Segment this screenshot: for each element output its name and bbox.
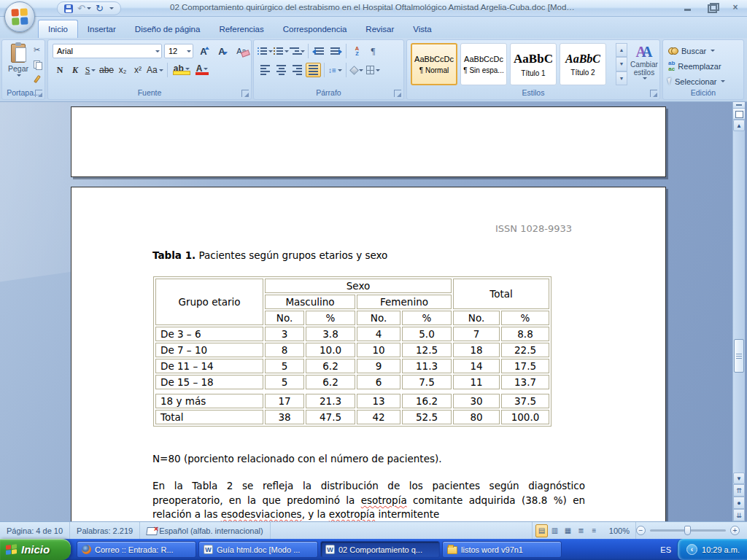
qat-customize-button[interactable] — [107, 2, 115, 15]
line-spacing-button[interactable]: ↕≡ — [328, 63, 343, 77]
tab-referencias[interactable]: Referencias — [209, 21, 273, 38]
view-web-layout-button[interactable]: ▦ — [562, 524, 574, 537]
taskbar-window-button[interactable]: listos word v97n1 — [442, 541, 562, 558]
table-row: De 7 – 10810.01012.51822.5 — [155, 343, 549, 357]
minimize-button[interactable] — [681, 2, 696, 13]
style-card[interactable]: AaBbCcDc¶ Sin espa... — [460, 43, 507, 85]
tab-insertar[interactable]: Insertar — [78, 21, 125, 38]
redo-button[interactable]: ↻ — [95, 2, 104, 15]
scroll-up-arrow[interactable]: ▲ — [733, 120, 745, 131]
zoom-slider-thumb[interactable] — [684, 526, 691, 535]
save-button[interactable] — [63, 2, 74, 15]
page-indicator[interactable]: Página: 4 de 10 — [0, 522, 70, 539]
restore-button[interactable] — [705, 2, 719, 13]
cut-button[interactable]: ✂ — [31, 43, 43, 56]
language-bar[interactable]: ES — [654, 545, 677, 554]
style-card[interactable]: AaBbCTítulo 1 — [510, 43, 557, 85]
dialog-launcher-icon[interactable] — [394, 90, 401, 97]
italic-button[interactable]: K — [68, 63, 82, 77]
group-label-styles: Estilos — [407, 88, 659, 98]
align-right-button[interactable] — [290, 63, 305, 77]
borders-button[interactable] — [365, 63, 381, 77]
zoom-level[interactable]: 100% — [603, 522, 636, 539]
zoom-slider-track[interactable] — [650, 529, 726, 532]
change-styles-button[interactable]: AA Cambiar estilos — [630, 43, 659, 87]
close-button[interactable]: × — [728, 2, 743, 13]
ruler-toggle-button[interactable] — [733, 109, 745, 120]
undo-icon: ↶ — [77, 4, 85, 13]
sort-button[interactable]: AZ — [349, 44, 365, 58]
format-painter-button[interactable] — [31, 72, 43, 85]
split-handle[interactable] — [733, 102, 745, 109]
view-draft-button[interactable]: ≡ — [588, 524, 600, 537]
tab-correspondencia[interactable]: Correspondencia — [274, 21, 357, 38]
font-name-combobox[interactable]: Arial — [53, 44, 162, 58]
align-left-button[interactable] — [258, 63, 273, 77]
zoom-in-button[interactable]: + — [730, 526, 740, 535]
language-indicator[interactable]: × Español (alfab. internacional) — [140, 522, 270, 539]
subscript-button[interactable]: x₂ — [115, 63, 130, 77]
taskbar-window-button[interactable]: WGuía html.doc [Modo ... — [198, 541, 318, 558]
view-fullscreen-reading-button[interactable]: ▥ — [549, 524, 561, 537]
font-size-combobox[interactable]: 12 — [164, 44, 193, 58]
change-case-button[interactable]: Aa — [146, 63, 164, 77]
office-button[interactable] — [4, 1, 35, 32]
previous-page-button[interactable]: ⇈ — [733, 484, 745, 497]
highlight-button[interactable]: ab — [171, 63, 193, 77]
font-color-button[interactable]: A — [193, 63, 212, 77]
dialog-launcher-icon[interactable] — [35, 90, 42, 97]
style-card[interactable]: AaBbCTítulo 2 — [560, 43, 606, 85]
bold-button[interactable]: N — [53, 63, 67, 77]
scroll-down-arrow[interactable]: ▼ — [733, 472, 745, 484]
paste-button[interactable]: Pegar — [5, 43, 31, 87]
decrease-indent-button[interactable] — [311, 44, 327, 58]
tab-inicio[interactable]: Inicio — [38, 20, 78, 38]
superscript-button[interactable]: x² — [131, 63, 145, 77]
tray-chevron-icon[interactable]: ‹ — [686, 544, 697, 555]
clear-formatting-button[interactable]: Aa — [232, 44, 251, 58]
numbering-icon — [274, 47, 283, 55]
word-count[interactable]: Palabras: 2.219 — [70, 522, 140, 539]
grow-font-button[interactable]: A — [196, 44, 212, 58]
reemplazar-button[interactable]: abacReemplazar — [668, 60, 725, 72]
taskbar-window-button[interactable]: Correo :: Entrada: R... — [77, 541, 196, 558]
view-outline-button[interactable]: ≣ — [575, 524, 587, 537]
seleccionar-button[interactable]: Seleccionar — [668, 75, 725, 88]
scrollbar-thumb[interactable] — [734, 339, 744, 373]
tab-vista[interactable]: Vista — [403, 21, 441, 38]
browse-object-button[interactable]: ● — [733, 497, 745, 509]
copy-button[interactable] — [31, 58, 43, 71]
gallery-scroll-down-button[interactable]: ▼ — [616, 57, 627, 71]
start-button[interactable]: Inicio — [0, 539, 71, 560]
scrollbar-track[interactable] — [733, 131, 745, 472]
page-previous-fragment[interactable] — [71, 106, 666, 177]
page-current[interactable]: ISSN 1028-9933 Tabla 1. Pacientes según … — [71, 187, 666, 521]
style-name: Título 1 — [521, 69, 545, 77]
undo-button[interactable]: ↶ — [77, 2, 92, 15]
strikethrough-button[interactable]: abe — [98, 63, 115, 77]
zoom-out-button[interactable]: − — [636, 526, 646, 535]
tab-diseño-de-página[interactable]: Diseño de página — [125, 21, 210, 38]
shrink-font-button[interactable]: A — [214, 44, 230, 58]
numbering-button[interactable] — [274, 44, 289, 58]
multilevel-list-button[interactable] — [290, 44, 305, 58]
underline-button[interactable]: S — [83, 63, 98, 77]
vertical-scrollbar[interactable]: ▲ ▼ ⇈ ● ⇊ — [732, 102, 745, 521]
taskbar-window-button[interactable]: W02 Comportamiento q... — [320, 541, 440, 558]
justify-button[interactable] — [306, 63, 321, 77]
increase-indent-button[interactable] — [328, 44, 343, 58]
next-page-button[interactable]: ⇊ — [733, 509, 745, 521]
align-center-button[interactable] — [274, 63, 289, 77]
tab-revisar[interactable]: Revisar — [356, 21, 403, 38]
buscar-button[interactable]: Buscar — [668, 44, 725, 57]
view-print-layout-button[interactable]: ▤ — [535, 524, 548, 537]
dialog-launcher-icon[interactable] — [650, 90, 657, 97]
shading-button[interactable] — [349, 63, 365, 77]
caption-rest: Pacientes según grupos etarios y sexo — [196, 249, 387, 261]
style-card[interactable]: AaBbCcDc¶ Normal — [411, 43, 457, 85]
bullets-button[interactable] — [258, 44, 273, 58]
show-marks-button[interactable]: ¶ — [365, 44, 381, 58]
gallery-scroll-up-button[interactable]: ▲ — [616, 43, 627, 57]
gallery-expand-button[interactable]: ▼ — [616, 71, 627, 85]
dialog-launcher-icon[interactable] — [241, 90, 249, 97]
